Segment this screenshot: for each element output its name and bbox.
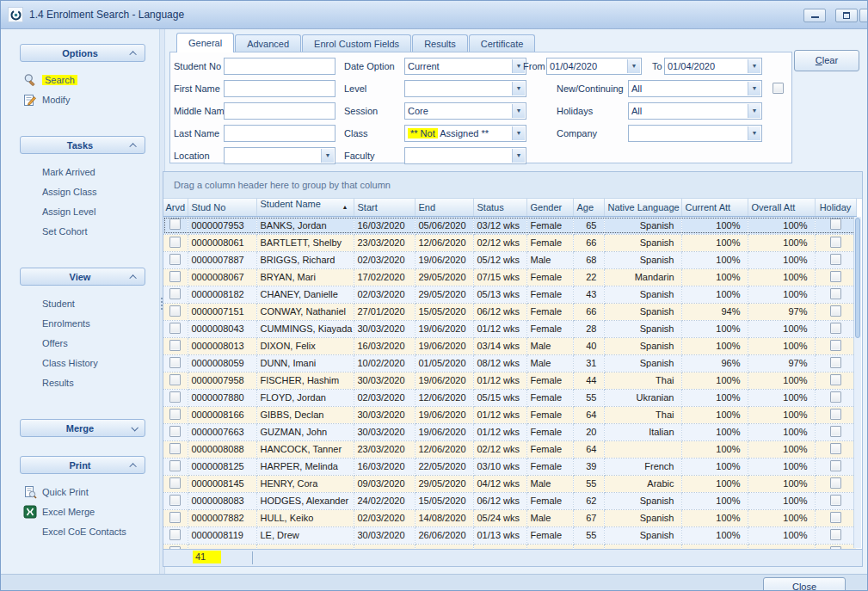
arrived-checkbox[interactable] (169, 443, 181, 454)
holiday-checkbox[interactable] (830, 477, 841, 489)
holiday-checkbox[interactable] (830, 391, 841, 403)
cell-arvd[interactable] (163, 492, 188, 509)
table-row[interactable]: 0000007953BANKS, Jordan16/03/202005/06/2… (163, 217, 856, 234)
cell-arvd[interactable] (163, 217, 188, 234)
cell-holiday[interactable] (815, 337, 856, 354)
chevron-down-icon[interactable]: ▼ (748, 126, 760, 140)
cell-arvd[interactable] (163, 440, 188, 458)
cell-arvd[interactable] (163, 251, 188, 268)
holiday-checkbox[interactable] (830, 288, 841, 299)
from-date-dropdown[interactable]: 01/04/2020▼ (546, 58, 642, 75)
table-row[interactable]: 0000008119LE, Drew30/03/202026/06/202001… (163, 526, 856, 544)
session-dropdown[interactable]: Core▼ (404, 102, 526, 120)
arrived-checkbox[interactable] (169, 271, 181, 282)
arrived-checkbox[interactable] (169, 237, 181, 248)
cell-holiday[interactable] (815, 234, 856, 251)
arrived-checkbox[interactable] (169, 323, 181, 334)
arrived-checkbox[interactable] (169, 495, 181, 506)
holiday-checkbox[interactable] (830, 357, 841, 368)
arrived-checkbox[interactable] (169, 219, 181, 230)
sidebar-item-excel-merge[interactable]: Excel Merge (1, 502, 159, 522)
arrived-checkbox[interactable] (169, 477, 181, 489)
arrived-checkbox[interactable] (169, 340, 181, 351)
tab-results[interactable]: Results (412, 34, 468, 52)
table-row[interactable]: 0000008088HANCOCK, Tanner23/03/202012/06… (163, 440, 856, 458)
scrollbar-thumb[interactable] (855, 218, 860, 338)
cell-arvd[interactable] (163, 475, 188, 492)
location-dropdown[interactable]: ▼ (224, 147, 336, 164)
date-option-dropdown[interactable]: Current▼ (404, 58, 526, 75)
cell-arvd[interactable] (163, 320, 188, 337)
chevron-down-icon[interactable]: ▼ (512, 149, 525, 163)
holidays-dropdown[interactable]: All▼ (628, 102, 762, 120)
maximize-button[interactable] (835, 9, 858, 22)
cell-holiday[interactable] (815, 303, 856, 320)
holiday-checkbox[interactable] (830, 512, 841, 523)
sidebar-item-mark-arrived[interactable]: Mark Arrived (1, 163, 159, 182)
cell-arvd[interactable] (163, 303, 188, 320)
clear-button[interactable]: Clear (794, 50, 859, 71)
close-window-button[interactable]: ✕ (859, 9, 868, 22)
table-row[interactable]: 0000007880FLOYD, Jordan02/03/202012/06/2… (163, 389, 856, 406)
sidebar-group-header-merge[interactable]: Merge (20, 419, 145, 437)
cell-arvd[interactable] (163, 268, 188, 286)
column-header-arvd[interactable]: Arvd (163, 199, 188, 217)
sidebar-item-quick-print[interactable]: Quick Print (1, 483, 159, 502)
holiday-checkbox[interactable] (830, 271, 841, 282)
arrived-checkbox[interactable] (169, 529, 181, 540)
sidebar-item-student[interactable]: Student (1, 294, 159, 314)
holiday-checkbox[interactable] (830, 460, 841, 471)
holiday-checkbox[interactable] (830, 219, 841, 230)
holiday-checkbox[interactable] (830, 305, 841, 317)
holiday-checkbox[interactable] (830, 529, 841, 540)
to-date-dropdown[interactable]: 01/04/2020▼ (664, 58, 762, 75)
sidebar-item-set-cohort[interactable]: Set Cohort (1, 222, 159, 242)
column-header-start[interactable]: Start (354, 199, 415, 217)
chevron-down-icon[interactable]: ▼ (512, 126, 525, 140)
arrived-checkbox[interactable] (169, 357, 181, 368)
column-header-current-att[interactable]: Current Att (681, 199, 748, 217)
arrived-checkbox[interactable] (169, 374, 181, 385)
cell-holiday[interactable] (815, 458, 856, 475)
cell-arvd[interactable] (163, 337, 188, 354)
arrived-checkbox[interactable] (169, 305, 181, 317)
cell-holiday[interactable] (815, 492, 856, 509)
column-header-age[interactable]: Age (573, 199, 604, 217)
table-row[interactable]: 0000008059DUNN, Imani10/02/202001/05/202… (163, 354, 856, 372)
sidebar-item-excel-coe-contacts[interactable]: Excel CoE Contacts (1, 522, 159, 542)
table-row[interactable]: 0000008166GIBBS, Declan30/03/202019/06/2… (163, 406, 856, 423)
class-dropdown[interactable]: ** Not Assigned **▼ (404, 125, 526, 142)
column-header-student-name[interactable]: Student Name▲ (256, 199, 354, 217)
arrived-checkbox[interactable] (169, 426, 181, 437)
chevron-down-icon[interactable]: ▼ (321, 149, 334, 163)
table-row[interactable]: 0000008145HENRY, Cora09/03/202029/05/202… (163, 475, 856, 492)
table-row[interactable]: 0000007151CONWAY, Nathaniel27/01/202015/… (163, 303, 856, 320)
column-header-gender[interactable]: Gender (526, 199, 573, 217)
chevron-down-icon[interactable]: ▼ (748, 59, 760, 73)
cell-arvd[interactable] (163, 234, 188, 251)
tab-general[interactable]: General (176, 33, 234, 52)
student-no-input[interactable] (224, 58, 336, 75)
sidebar-item-assign-class[interactable]: Assign Class (1, 182, 159, 202)
cell-holiday[interactable] (815, 475, 856, 492)
tab-advanced[interactable]: Advanced (235, 34, 301, 52)
sidebar-item-assign-level[interactable]: Assign Level (1, 202, 159, 222)
cell-arvd[interactable] (163, 389, 188, 406)
table-row[interactable]: 0000008013DIXON, Felix16/03/202019/06/20… (163, 337, 856, 354)
holiday-checkbox[interactable] (830, 443, 841, 454)
holiday-checkbox[interactable] (830, 426, 841, 437)
tab-certificate[interactable]: Certificate (469, 34, 536, 52)
holiday-checkbox[interactable] (830, 323, 841, 334)
column-header-overall-att[interactable]: Overall Att (748, 199, 815, 217)
new-continuing-dropdown[interactable]: All▼ (628, 80, 762, 97)
table-row[interactable]: 0000008083HODGES, Alexander24/02/202015/… (163, 492, 856, 509)
arrived-checkbox[interactable] (169, 460, 181, 471)
cell-holiday[interactable] (815, 217, 856, 234)
arrived-checkbox[interactable] (169, 254, 181, 265)
table-row[interactable]: 0000007882HULL, Keiko02/03/202014/08/202… (163, 509, 856, 526)
cell-holiday[interactable] (815, 320, 856, 337)
last-name-input[interactable] (224, 125, 336, 142)
cell-holiday[interactable] (815, 251, 856, 268)
close-button[interactable]: Close (763, 577, 846, 591)
faculty-dropdown[interactable]: ▼ (404, 147, 526, 164)
